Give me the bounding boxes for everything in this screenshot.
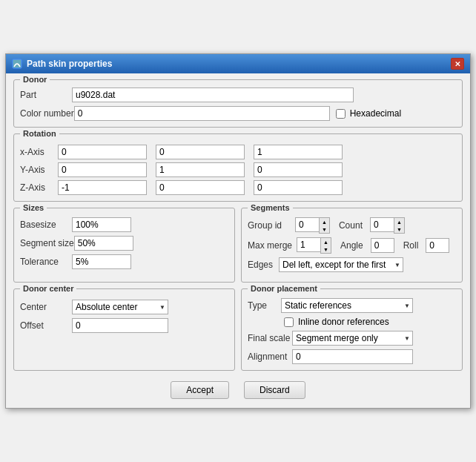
donor-center-group: Donor center Center Absolute center Rela…: [13, 288, 235, 371]
x-axis-input-1[interactable]: [156, 145, 245, 159]
max-merge-label: Max merge: [248, 240, 292, 251]
count-input[interactable]: [370, 217, 394, 232]
part-row: Part: [20, 88, 456, 102]
center-select-wrapper: Absolute center Relative center Manual: [72, 300, 168, 314]
inline-label[interactable]: Inline donor references: [284, 317, 389, 327]
donor-center-placement-row: Donor center Center Absolute center Rela…: [13, 288, 463, 377]
max-merge-up-btn[interactable]: ▲: [321, 238, 331, 245]
max-merge-row: Max merge ▲ ▼ Angle Roll: [248, 237, 456, 254]
alignment-label: Alignment: [248, 352, 292, 362]
center-select[interactable]: Absolute center Relative center Manual: [72, 300, 168, 314]
final-scale-row: Final scale Segment merge only Full scal…: [248, 331, 456, 346]
y-axis-input-0[interactable]: [58, 162, 147, 177]
max-merge-input[interactable]: [297, 237, 320, 252]
hexadecimal-checkbox[interactable]: [336, 109, 346, 119]
segment-size-row: Segment size: [20, 236, 228, 251]
segment-size-label: Segment size: [20, 238, 74, 248]
center-label: Center: [20, 302, 72, 312]
offset-label: Offset: [20, 320, 72, 331]
hexadecimal-text: Hexadecimal: [350, 108, 401, 119]
x-axis-row: x-Axis: [20, 145, 456, 159]
z-axis-input-2[interactable]: [254, 180, 343, 195]
rotation-grid: x-Axis Y-Axis Z-Axis: [20, 145, 456, 195]
edges-label: Edges: [248, 260, 274, 270]
offset-input[interactable]: [72, 318, 168, 333]
group-id-down-btn[interactable]: ▼: [320, 225, 329, 233]
tolerance-input[interactable]: [72, 254, 131, 269]
type-label: Type: [248, 300, 281, 311]
donor-center-legend: Donor center: [20, 284, 76, 293]
tolerance-label: Tolerance: [20, 257, 72, 267]
alignment-input[interactable]: [292, 349, 413, 364]
alignment-row: Alignment: [248, 349, 456, 364]
rotation-group: Rotation x-Axis Y-Axis Z-Axis: [13, 133, 463, 202]
donor-placement-legend: Donor placement: [248, 284, 320, 293]
count-down-btn[interactable]: ▼: [394, 225, 404, 233]
y-axis-input-2[interactable]: [254, 162, 343, 177]
edges-select-wrapper: Del left, except for the first Del right…: [279, 257, 403, 272]
z-axis-row: Z-Axis: [20, 180, 456, 195]
final-scale-label: Final scale: [248, 333, 292, 343]
count-up-btn[interactable]: ▲: [394, 218, 404, 225]
roll-input[interactable]: [426, 238, 449, 253]
window-title: Path skin properties: [27, 59, 112, 69]
type-select[interactable]: Static references Inline donor reference…: [281, 298, 413, 313]
roll-label: Roll: [403, 240, 419, 251]
basesize-label: Basesize: [20, 220, 72, 230]
inline-checkbox[interactable]: [284, 317, 294, 327]
hexadecimal-label[interactable]: Hexadecimal: [336, 108, 401, 119]
segment-size-input[interactable]: [74, 236, 133, 251]
z-axis-input-0[interactable]: [58, 180, 147, 195]
sizes-legend: Sizes: [20, 203, 47, 212]
z-axis-input-1[interactable]: [156, 180, 245, 195]
edges-row: Edges Del left, except for the first Del…: [248, 257, 456, 272]
group-id-up-btn[interactable]: ▲: [320, 218, 329, 225]
z-axis-label: Z-Axis: [20, 182, 53, 193]
center-row: Center Absolute center Relative center M…: [20, 300, 228, 314]
group-id-spinbox-btns: ▲ ▼: [319, 217, 330, 234]
donor-group: Donor Part Color number Hexadecimal: [13, 79, 463, 128]
color-label: Color number: [20, 108, 74, 119]
max-merge-spinbox: ▲ ▼: [297, 237, 331, 254]
max-merge-down-btn[interactable]: ▼: [321, 245, 331, 253]
count-label: Count: [339, 220, 363, 231]
donor-placement-group: Donor placement Type Static references I…: [241, 288, 463, 371]
x-axis-label: x-Axis: [20, 147, 53, 157]
discard-button[interactable]: Discard: [244, 381, 305, 399]
type-select-wrapper: Static references Inline donor reference…: [281, 298, 413, 313]
basesize-input[interactable]: [72, 217, 131, 232]
rotation-legend: Rotation: [20, 129, 59, 138]
segments-group: Segments Group id ▲ ▼ Count: [241, 208, 463, 283]
accept-button[interactable]: Accept: [171, 381, 229, 399]
group-id-label: Group id: [248, 220, 291, 231]
x-axis-input-0[interactable]: [58, 145, 147, 159]
close-button[interactable]: ✕: [451, 58, 464, 70]
edges-select[interactable]: Del left, except for the first Del right…: [279, 257, 403, 272]
sizes-segments-row: Sizes Basesize Segment size Tolerance: [13, 208, 463, 288]
sizes-group: Sizes Basesize Segment size Tolerance: [13, 208, 235, 283]
titlebar: Path skin properties ✕: [6, 54, 470, 73]
offset-row: Offset: [20, 318, 228, 333]
color-input[interactable]: [74, 106, 330, 121]
donor-legend: Donor: [20, 75, 50, 84]
max-merge-spinbox-btns: ▲ ▼: [320, 237, 331, 254]
angle-input[interactable]: [371, 238, 394, 253]
part-input[interactable]: [72, 88, 354, 102]
content-area: Donor Part Color number Hexadecimal Rot: [6, 73, 470, 408]
type-row: Type Static references Inline donor refe…: [248, 298, 456, 313]
inline-text: Inline donor references: [298, 317, 389, 327]
part-label: Part: [20, 90, 72, 100]
y-axis-label: Y-Axis: [20, 165, 53, 175]
group-id-input[interactable]: [295, 217, 319, 232]
y-axis-input-1[interactable]: [156, 162, 245, 177]
group-id-spinbox: ▲ ▼: [295, 217, 330, 234]
x-axis-input-2[interactable]: [254, 145, 343, 159]
final-scale-select[interactable]: Segment merge only Full scale No scale: [292, 331, 413, 346]
titlebar-left: Path skin properties: [12, 59, 112, 69]
main-window: Path skin properties ✕ Donor Part Color …: [5, 53, 471, 409]
count-spinbox-btns: ▲ ▼: [394, 217, 405, 234]
y-axis-row: Y-Axis: [20, 162, 456, 177]
final-scale-select-wrapper: Segment merge only Full scale No scale: [292, 331, 413, 346]
inline-row: Inline donor references: [248, 317, 456, 327]
path-icon: [12, 59, 22, 69]
